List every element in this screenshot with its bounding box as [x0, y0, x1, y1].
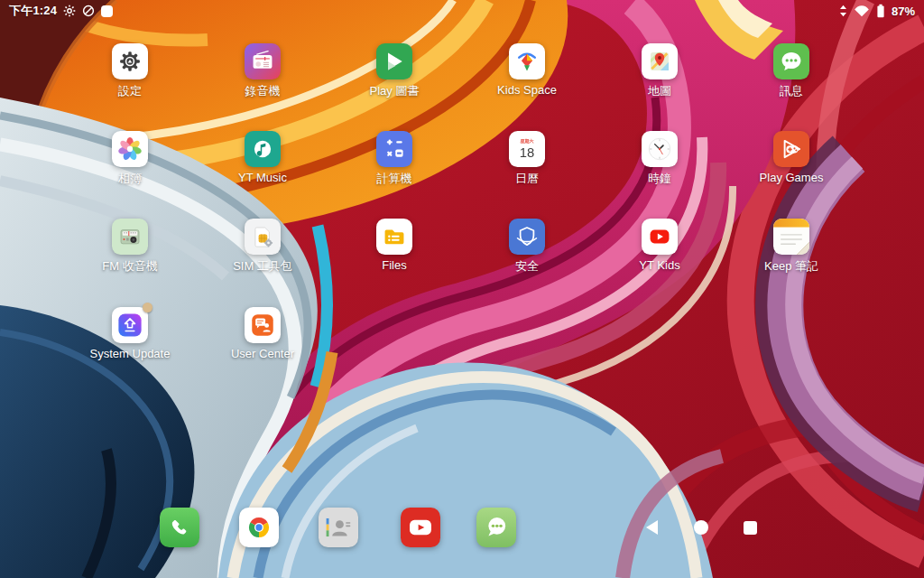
- nav-back-button[interactable]: [646, 520, 658, 535]
- status-bar-right: 87%: [839, 4, 915, 18]
- home-screen: 下午1:24 87% 設定錄音機Play 圖書Kids Space地圖訊息相簿Y…: [0, 0, 924, 578]
- status-time: 下午1:24: [9, 3, 57, 19]
- dock-youtube[interactable]: [401, 508, 440, 547]
- dock-chrome[interactable]: [239, 508, 279, 547]
- dock-contacts[interactable]: [319, 508, 358, 547]
- battery-percent: 87%: [892, 5, 915, 18]
- data-transfer-icon: [839, 5, 847, 17]
- notification-square-icon: [101, 5, 113, 17]
- status-bar-left: 下午1:24: [9, 3, 113, 19]
- wifi-icon: [854, 5, 870, 17]
- dock-messages[interactable]: [476, 508, 516, 547]
- status-bar: 下午1:24 87%: [0, 0, 924, 22]
- dock: [0, 0, 924, 578]
- nav-recents-button[interactable]: [744, 521, 757, 535]
- nav-home-button[interactable]: [694, 520, 708, 535]
- gear-icon: [63, 5, 76, 17]
- battery-icon: [876, 4, 885, 18]
- dock-phone[interactable]: [160, 508, 199, 547]
- blocked-icon: [82, 5, 95, 17]
